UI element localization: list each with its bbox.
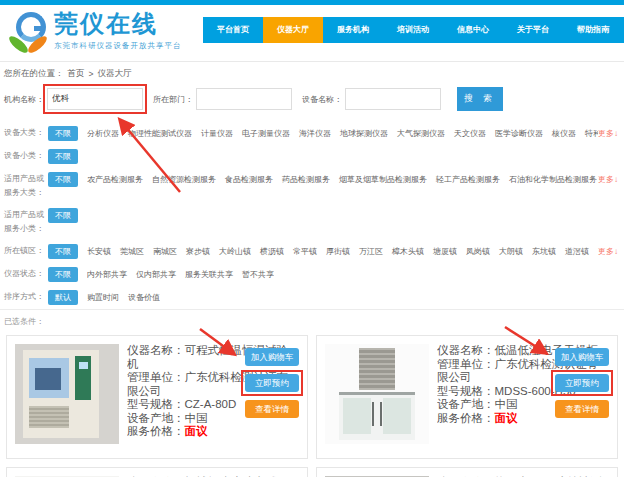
filter-option[interactable]: 厚街镇	[326, 244, 350, 259]
nav-item[interactable]: 信息中心	[443, 17, 503, 43]
filter-label: 适用产品或服务小类：	[4, 208, 48, 236]
sort-option[interactable]: 设备价值	[128, 290, 160, 305]
filter-option[interactable]: 仅内部共享	[136, 267, 176, 282]
field-value: CZ-A-80D	[185, 398, 237, 410]
filter-option[interactable]: 地球探测仪器	[340, 126, 388, 141]
filter-options: 分析仪器物理性能测试仪器计量仪器电子测量仪器海洋仪器地球探测仪器大气探测仪器天文…	[87, 126, 598, 141]
filter-option[interactable]: 药品检测服务	[282, 172, 330, 187]
equipment-card: 仪器名称：机械加速度冲击试验机 管理单位：广东优科检测认证有限公司 加入购物车 …	[6, 467, 308, 477]
filter-row-device-major: 设备大类： 不限 分析仪器物理性能测试仪器计量仪器电子测量仪器海洋仪器地球探测仪…	[0, 122, 624, 145]
logo-hands-icon	[8, 10, 48, 54]
nav-item[interactable]: 帮助指南	[563, 17, 623, 43]
filter-option[interactable]: 长安镇	[87, 244, 111, 259]
nav-item[interactable]: 关于平台	[503, 17, 563, 43]
filter-chip-unlimited[interactable]: 不限	[48, 126, 78, 141]
more-link[interactable]: 更多↓	[598, 126, 620, 141]
filter-option[interactable]: 莞城区	[120, 244, 144, 259]
filter-option[interactable]: 万江区	[359, 244, 383, 259]
filter-label: 所在镇区：	[4, 244, 48, 258]
breadcrumb-home-link[interactable]: 首页	[68, 68, 85, 80]
filter-option[interactable]: 石油和化学制品检测服务	[509, 172, 597, 187]
field-label: 仪器名称：	[437, 344, 495, 356]
card-buttons: 加入购物车 立即预约 查看详情	[245, 348, 299, 418]
filter-option[interactable]: 凤岗镇	[466, 244, 490, 259]
filter-row-device-minor: 设备小类： 不限	[0, 145, 624, 168]
filter-option[interactable]: 东坑镇	[532, 244, 556, 259]
more-link[interactable]: 更多↓	[598, 244, 620, 259]
filter-option[interactable]: 暂不共享	[242, 267, 274, 282]
nav-item[interactable]: 仪器大厅	[263, 17, 323, 43]
filter-options: 农产品检测服务自然资源检测服务食品检测服务药品检测服务烟草及烟草制品检测服务轻工…	[87, 172, 597, 187]
filter-chip-unlimited[interactable]: 不限	[48, 208, 78, 223]
org-input-highlight-box	[47, 88, 143, 110]
view-details-button[interactable]: 查看详情	[245, 400, 299, 418]
filter-option[interactable]: 分析仪器	[87, 126, 119, 141]
filter-option[interactable]: 电子测量仪器	[242, 126, 290, 141]
filter-option[interactable]: 海洋仪器	[299, 126, 331, 141]
equipment-card: 仪器名称：低温低湿电子干燥柜 管理单位：广东优科检测认证有限公司 型号规格：MD…	[316, 335, 618, 459]
nav-item[interactable]: 服务机构	[323, 17, 383, 43]
dept-input-wrap	[196, 88, 292, 110]
filter-option[interactable]: 食品检测服务	[225, 172, 273, 187]
filter-option[interactable]: 大朗镇	[499, 244, 523, 259]
filter-option[interactable]: 南城区	[153, 244, 177, 259]
filter-label: 设备小类：	[4, 149, 48, 163]
field-label: 设备产地：	[127, 412, 185, 424]
main-nav: 平台首页仪器大厅服务机构培训活动信息中心关于平台帮助指南	[203, 17, 624, 43]
view-details-button[interactable]: 查看详情	[555, 400, 609, 418]
nav-item[interactable]: 平台首页	[203, 17, 263, 43]
filter-chip-unlimited[interactable]: 不限	[48, 267, 78, 282]
filter-option[interactable]: 大气探测仪器	[397, 126, 445, 141]
department-input[interactable]	[196, 88, 292, 110]
filter-option[interactable]: 轻工产品检测服务	[436, 172, 500, 187]
price-value: 面议	[185, 425, 208, 437]
filter-options: 内外部共享仅内部共享服务关联共享暂不共享	[87, 267, 274, 282]
filter-option[interactable]: 横沥镇	[260, 244, 284, 259]
site-title: 莞仪在线	[54, 10, 182, 38]
book-now-button[interactable]: 立即预约	[555, 374, 609, 392]
department-label: 所在部门：	[153, 94, 193, 105]
add-to-cart-button[interactable]: 加入购物车	[245, 348, 299, 366]
equipment-photo[interactable]	[15, 344, 119, 444]
org-name-input[interactable]	[47, 88, 143, 110]
filter-option[interactable]: 道滘镇	[565, 244, 589, 259]
filter-option[interactable]: 计量仪器	[201, 126, 233, 141]
site-logo[interactable]: 莞仪在线 东莞市科研仪器设备开放共享平台	[8, 10, 182, 54]
filter-option[interactable]: 常平镇	[293, 244, 317, 259]
filter-option[interactable]: 服务关联共享	[185, 267, 233, 282]
sort-chip-default[interactable]: 默认	[48, 290, 78, 305]
filter-option[interactable]: 物理性能测试仪器	[128, 126, 192, 141]
filter-label: 设备大类：	[4, 126, 48, 140]
filter-option[interactable]: 大岭山镇	[219, 244, 251, 259]
sort-option[interactable]: 购置时间	[87, 290, 119, 305]
book-now-button[interactable]: 立即预约	[245, 374, 299, 392]
field-label: 仪器名称：	[127, 344, 185, 356]
site-tagline: 东莞市科研仪器设备开放共享平台	[54, 41, 182, 51]
add-to-cart-button[interactable]: 加入购物车	[555, 348, 609, 366]
filter-chip-unlimited[interactable]: 不限	[48, 149, 78, 164]
device-name-input[interactable]	[345, 88, 441, 110]
equipment-photo[interactable]	[325, 344, 429, 444]
filter-option[interactable]: 农产品检测服务	[87, 172, 143, 187]
filter-chip-unlimited[interactable]: 不限	[48, 244, 78, 259]
filter-option[interactable]: 内外部共享	[87, 267, 127, 282]
logo-text: 莞仪在线 东莞市科研仪器设备开放共享平台	[54, 10, 182, 51]
filter-option[interactable]: 自然资源检测服务	[152, 172, 216, 187]
card-buttons: 加入购物车 立即预约 查看详情	[555, 348, 609, 418]
filter-option[interactable]: 医学诊断仪器	[495, 126, 543, 141]
filter-option[interactable]: 塘厦镇	[433, 244, 457, 259]
filter-chip-unlimited[interactable]: 不限	[48, 172, 78, 187]
filter-option[interactable]: 核仪器	[552, 126, 576, 141]
search-button[interactable]: 搜 索	[457, 87, 503, 111]
selected-conditions-label: 已选条件：	[0, 309, 624, 333]
filter-option[interactable]: 樟木头镇	[392, 244, 424, 259]
filter-options: 长安镇莞城区南城区寮步镇大岭山镇横沥镇常平镇厚街镇万江区樟木头镇塘厦镇凤岗镇大朗…	[87, 244, 598, 259]
filter-option[interactable]: 特种检测仪器	[585, 126, 598, 141]
filter-option[interactable]: 天文仪器	[454, 126, 486, 141]
nav-item[interactable]: 培训活动	[383, 17, 443, 43]
org-name-label: 机构名称：	[4, 94, 44, 105]
filter-row-service-minor: 适用产品或服务小类： 不限	[0, 204, 624, 240]
filter-option[interactable]: 寮步镇	[186, 244, 210, 259]
filter-option[interactable]: 烟草及烟草制品检测服务	[339, 172, 427, 187]
more-link[interactable]: 更多↓	[598, 172, 620, 187]
